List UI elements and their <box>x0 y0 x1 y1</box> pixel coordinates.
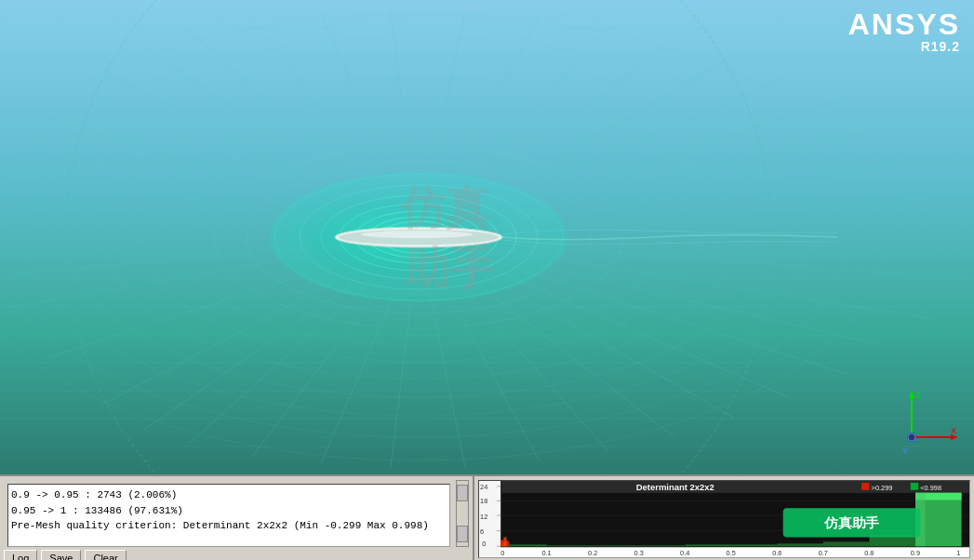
svg-text:助手: 助手 <box>405 244 495 293</box>
svg-rect-120 <box>731 544 778 546</box>
svg-text:Z: Z <box>915 391 921 400</box>
svg-rect-121 <box>777 543 823 546</box>
svg-text:12: 12 <box>480 513 487 521</box>
svg-text:0.8: 0.8 <box>864 550 874 557</box>
main-viewport: // This is decorative - using SVG paths … <box>0 0 974 474</box>
svg-text:0: 0 <box>500 550 504 557</box>
svg-text:6: 6 <box>480 528 484 536</box>
svg-rect-106 <box>911 483 918 490</box>
info-line-1: 0.9 -> 0.95 : 2743 (2.006%) <box>11 487 447 503</box>
svg-text:1: 1 <box>956 550 960 557</box>
svg-rect-129 <box>507 541 510 546</box>
svg-text:0.9: 0.9 <box>911 550 920 557</box>
ansys-title: ANSYS <box>848 9 960 39</box>
svg-rect-104 <box>861 483 869 490</box>
svg-text:24: 24 <box>480 484 487 491</box>
svg-text:0.6: 0.6 <box>772 550 781 557</box>
chart-area: 24 18 12 6 0 Determinant 2x2x2 >0.299 <box>478 480 970 558</box>
svg-text:Y: Y <box>902 447 908 456</box>
svg-rect-102 <box>500 481 969 493</box>
svg-text:0.5: 0.5 <box>727 550 736 557</box>
clear-button[interactable]: Clear <box>85 550 126 560</box>
ansys-version: R19.2 <box>848 39 960 54</box>
svg-text:0.2: 0.2 <box>588 550 597 557</box>
svg-text:仿真助手: 仿真助手 <box>823 515 879 529</box>
svg-point-89 <box>908 433 915 441</box>
svg-text:18: 18 <box>480 499 487 506</box>
info-text-area: 0.9 -> 0.95 : 2743 (2.006%) 0.95 -> 1 : … <box>7 484 450 547</box>
svg-rect-119 <box>685 544 731 546</box>
svg-rect-127 <box>500 540 503 546</box>
info-panel: 0.9 -> 0.95 : 2743 (2.006%) 0.95 -> 1 : … <box>0 476 474 560</box>
chart-panel: 24 18 12 6 0 Determinant 2x2x2 >0.299 <box>474 476 974 560</box>
bottom-toolbar: Log Save Clear <box>0 547 473 560</box>
info-line-3: Pre-Mesh quality criterion: Determinant … <box>11 518 447 534</box>
svg-text:0.4: 0.4 <box>680 550 689 557</box>
svg-rect-118 <box>639 545 686 546</box>
svg-text:X: X <box>951 426 956 435</box>
svg-rect-116 <box>547 545 594 546</box>
svg-text:0.3: 0.3 <box>634 550 644 557</box>
svg-text:仿真: 仿真 <box>398 183 490 233</box>
svg-text:<0.998: <0.998 <box>920 485 941 492</box>
save-button[interactable]: Save <box>41 550 81 560</box>
svg-text:0.1: 0.1 <box>541 550 551 557</box>
mesh-visualization: // This is decorative - using SVG paths … <box>0 0 974 474</box>
ansys-brand: ANSYS R19.2 <box>848 9 960 54</box>
log-button[interactable]: Log <box>4 550 37 560</box>
svg-text:Determinant 2x2x2: Determinant 2x2x2 <box>636 483 714 492</box>
svg-rect-117 <box>593 545 639 546</box>
svg-rect-128 <box>503 538 506 547</box>
info-line-2: 0.95 -> 1 : 133486 (97.631%) <box>11 503 447 519</box>
svg-text:>0.299: >0.299 <box>872 485 893 492</box>
svg-text:0.7: 0.7 <box>819 550 828 557</box>
bottom-panel: 0.9 -> 0.95 : 2743 (2.006%) 0.95 -> 1 : … <box>0 474 974 560</box>
svg-text:0: 0 <box>482 541 486 549</box>
svg-rect-122 <box>823 541 870 546</box>
